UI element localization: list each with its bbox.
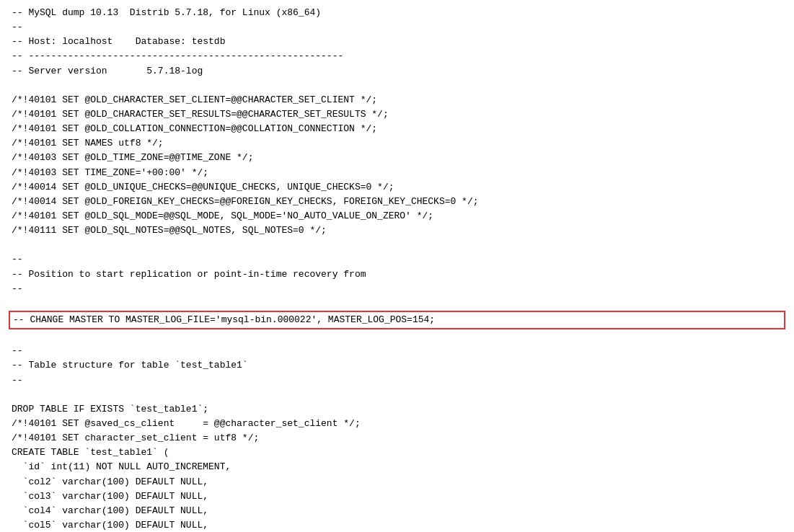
code-line [12,296,782,311]
code-line: -- [12,282,782,296]
code-line: -- Position to start replication or poin… [12,267,782,282]
code-line [12,79,782,93]
code-line: `col4` varchar(100) DEFAULT NULL, [12,504,782,518]
code-line: -- CHANGE MASTER TO MASTER_LOG_FILE='mys… [9,311,785,329]
code-viewer: -- MySQL dump 10.13 Distrib 5.7.18, for … [0,0,794,532]
code-line: /*!40101 SET @OLD_CHARACTER_SET_RESULTS=… [12,107,782,122]
code-line: CREATE TABLE `test_table1` ( [12,445,782,460]
code-line: /*!40014 SET @OLD_UNIQUE_CHECKS=@@UNIQUE… [12,180,782,195]
code-line: -- [12,20,782,35]
code-line: /*!40111 SET @OLD_SQL_NOTES=@@SQL_NOTES,… [12,223,782,238]
code-line: -- Server version 5.7.18-log [12,64,782,79]
code-line [12,329,782,344]
code-line: -- [12,344,782,358]
code-line: -- MySQL dump 10.13 Distrib 5.7.18, for … [12,6,782,20]
code-line: /*!40101 SET @OLD_SQL_MODE=@@SQL_MODE, S… [12,209,782,223]
code-line: -- [12,373,782,388]
code-line: /*!40101 SET NAMES utf8 */; [12,136,782,151]
code-line: /*!40101 SET @OLD_CHARACTER_SET_CLIENT=@… [12,93,782,107]
code-line: -- [12,252,782,267]
code-line: /*!40101 SET @saved_cs_client = @@charac… [12,417,782,431]
code-line: /*!40014 SET @OLD_FOREIGN_KEY_CHECKS=@@F… [12,195,782,209]
code-line: `col2` varchar(100) DEFAULT NULL, [12,475,782,489]
code-line: -- -------------------------------------… [12,49,782,63]
code-line: `col3` varchar(100) DEFAULT NULL, [12,489,782,504]
code-line: -- Host: localhost Database: testdb [12,35,782,49]
code-line: -- Table structure for table `test_table… [12,358,782,373]
code-line: DROP TABLE IF EXISTS `test_table1`; [12,402,782,417]
code-line: `col5` varchar(100) DEFAULT NULL, [12,518,782,532]
code-line: /*!40101 SET @OLD_COLLATION_CONNECTION=@… [12,122,782,136]
code-line: /*!40101 SET character_set_client = utf8… [12,431,782,445]
code-line [12,388,782,402]
code-line [12,238,782,252]
code-line: /*!40103 SET TIME_ZONE='+00:00' */; [12,166,782,180]
code-line: `id` int(11) NOT NULL AUTO_INCREMENT, [12,460,782,474]
code-line: /*!40103 SET @OLD_TIME_ZONE=@@TIME_ZONE … [12,151,782,165]
